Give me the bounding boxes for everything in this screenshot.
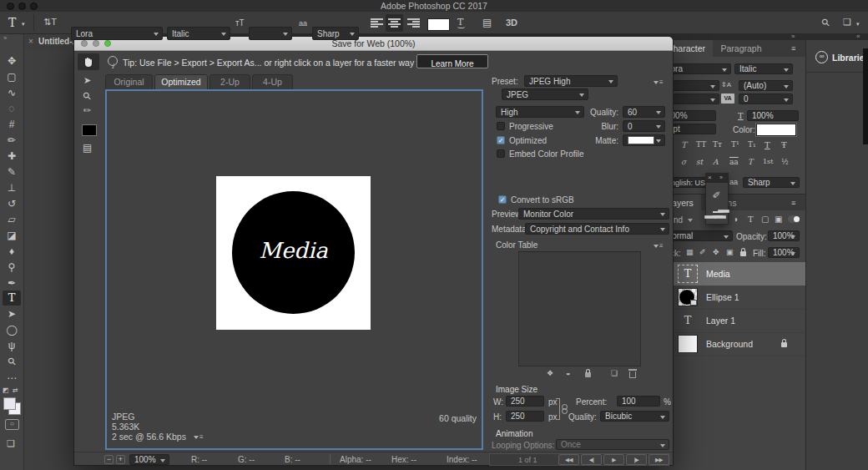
preview-zoom-select[interactable]: 100% [129, 454, 169, 465]
web-shift-color-icon[interactable]: ❖ [547, 370, 553, 377]
layer-name[interactable]: Ellipse 1 [706, 292, 739, 302]
next-frame-button[interactable]: |▶ [626, 454, 647, 465]
crop-tool[interactable]: # [0, 117, 23, 132]
titling-alternates-icon[interactable]: T [748, 159, 753, 166]
lock-color-icon[interactable] [585, 372, 591, 377]
screen-mode-icon[interactable]: ❏ [7, 439, 15, 448]
edit-toolbar-button[interactable]: ⋯ [0, 371, 23, 386]
tab-original[interactable]: Original [105, 74, 153, 90]
superscript-icon[interactable]: T¹ [731, 141, 739, 149]
hand-tool-icon[interactable] [82, 55, 95, 72]
text-layer-thumbnail[interactable]: T [678, 311, 698, 330]
fractions-icon[interactable]: ½ [781, 159, 789, 166]
blur-select[interactable]: 0 [623, 120, 665, 132]
height-input[interactable]: 250 [506, 411, 544, 422]
first-frame-button[interactable]: ◀◀ [558, 454, 579, 465]
optimized-checkbox[interactable] [497, 136, 505, 144]
preset-select[interactable]: JPEG High [524, 75, 618, 87]
move-tool[interactable]: ✥ [0, 53, 23, 68]
path-selection-tool[interactable]: ➤ [0, 306, 23, 321]
all-caps-icon[interactable]: TT [696, 141, 706, 149]
workspace-icon[interactable]: ❏ [843, 18, 851, 27]
type-tool-icon[interactable]: T [8, 17, 16, 28]
opacity-select[interactable]: 100% [768, 230, 800, 241]
tab-2up[interactable]: 2-Up [209, 74, 250, 90]
swap-colors-icon[interactable]: ⇄ [13, 387, 18, 394]
toggle-panels-icon[interactable]: ▤ [482, 18, 492, 28]
preview-select[interactable]: Monitor Color [518, 208, 669, 220]
ellipse-tool[interactable]: ◯ [0, 322, 23, 337]
percent-input[interactable]: 100 [617, 396, 660, 407]
font-family-select[interactable]: Lora [71, 27, 163, 40]
brush-tool[interactable]: ✎ [0, 164, 23, 179]
convert-srgb-checkbox[interactable] [498, 195, 507, 204]
dialog-eyedropper-icon[interactable]: ✏ [83, 106, 91, 115]
ordinals-icon[interactable]: 1st [763, 159, 773, 165]
hand-tool[interactable]: ψ [0, 338, 23, 353]
width-input[interactable]: 250 [506, 396, 544, 407]
format-select[interactable]: JPEG [502, 88, 588, 100]
layer-row-ellipse[interactable]: Ellipse 1 [659, 286, 805, 310]
layer-name[interactable]: Media [706, 269, 730, 279]
lock-transparency-icon[interactable]: ▦ [686, 249, 694, 256]
quality-select[interactable]: 60 [623, 106, 665, 118]
layers-panel-menu-icon[interactable]: ≡ [791, 200, 795, 207]
anti-alias-select[interactable]: Sharp [312, 27, 359, 40]
previous-frame-button[interactable]: ◀| [581, 454, 602, 465]
preset-menu-icon[interactable]: ≡ [654, 78, 664, 86]
tab-paragraph[interactable]: Paragraph [713, 40, 770, 57]
floating-panel-header[interactable]: × » [705, 173, 729, 182]
leading-select[interactable]: (Auto) [739, 80, 793, 91]
layer-row-media[interactable]: T Media [659, 262, 805, 286]
tab-optimized[interactable]: Optimized [154, 74, 208, 90]
marquee-tool[interactable]: ▢ [0, 69, 23, 84]
strikethrough-icon[interactable]: Ŧ [781, 141, 787, 149]
text-layer-thumbnail[interactable]: T [678, 265, 698, 283]
text-color-swatch[interactable] [427, 18, 450, 31]
3d-mode-label[interactable]: 3D [506, 18, 517, 28]
warp-text-icon[interactable]: T [457, 18, 465, 28]
tool-preset-chevron-icon[interactable]: ▾ [22, 21, 25, 27]
close-tab-icon[interactable]: × [28, 37, 33, 47]
slice-select-tool-icon[interactable]: ➤ [83, 76, 91, 85]
dock-collapse-icon[interactable]: » [791, 33, 795, 40]
layer-row-layer1[interactable]: T Layer 1 [659, 309, 805, 333]
lock-pixels-icon[interactable]: ✐ [699, 249, 706, 256]
resample-quality-select[interactable]: Bicubic [600, 411, 669, 422]
underline-icon[interactable]: T [765, 141, 770, 149]
last-frame-button[interactable]: ▶▶ [648, 454, 669, 465]
layer-name[interactable]: Layer 1 [706, 316, 735, 326]
delete-color-icon[interactable] [629, 371, 636, 378]
clone-stamp-tool[interactable]: ⊥ [0, 180, 23, 195]
tab-4up[interactable]: 4-Up [252, 74, 293, 90]
align-right-icon[interactable] [407, 18, 420, 28]
collapse-icon[interactable]: » [719, 174, 723, 180]
zoom-tool[interactable]: ⚲ [0, 354, 23, 369]
tracking-select[interactable]: 0 [739, 93, 793, 104]
dialog-zoom-tool-icon[interactable]: ⚲ [83, 91, 91, 101]
add-color-icon[interactable]: ❏ [611, 370, 618, 377]
zoom-in-button[interactable]: + [116, 455, 125, 464]
lasso-tool[interactable]: ∿ [0, 85, 23, 100]
fill-select[interactable]: 100% [768, 247, 800, 258]
default-colors-icon[interactable]: ◩ [3, 387, 9, 394]
filter-type-icon[interactable]: T [748, 215, 754, 224]
history-brush-tool[interactable]: ↺ [0, 196, 23, 211]
blur-tool[interactable]: ♦ [0, 244, 23, 259]
libraries-collapse-icon[interactable]: « [856, 33, 860, 40]
stylistic-alternates-icon[interactable]: aa [729, 159, 739, 166]
align-left-icon[interactable] [371, 18, 383, 28]
background-thumbnail[interactable] [678, 335, 698, 353]
subscript-icon[interactable]: T₁ [748, 141, 756, 149]
close-icon[interactable]: × [708, 174, 712, 181]
gradient-tool[interactable]: ◪ [0, 228, 23, 243]
discretionary-ligatures-icon[interactable]: st [696, 159, 703, 166]
progressive-checkbox[interactable] [497, 122, 505, 130]
small-caps-icon[interactable]: Tᴛ [713, 141, 722, 149]
filter-shape-icon[interactable]: ▢ [761, 215, 769, 224]
filter-adjustment-icon[interactable]: ◑ [733, 215, 738, 224]
eyedropper-tool[interactable]: ✏ [0, 133, 23, 148]
layer-row-background[interactable]: Background [659, 332, 805, 356]
align-center-icon[interactable] [388, 18, 401, 28]
matte-select[interactable] [623, 134, 665, 146]
